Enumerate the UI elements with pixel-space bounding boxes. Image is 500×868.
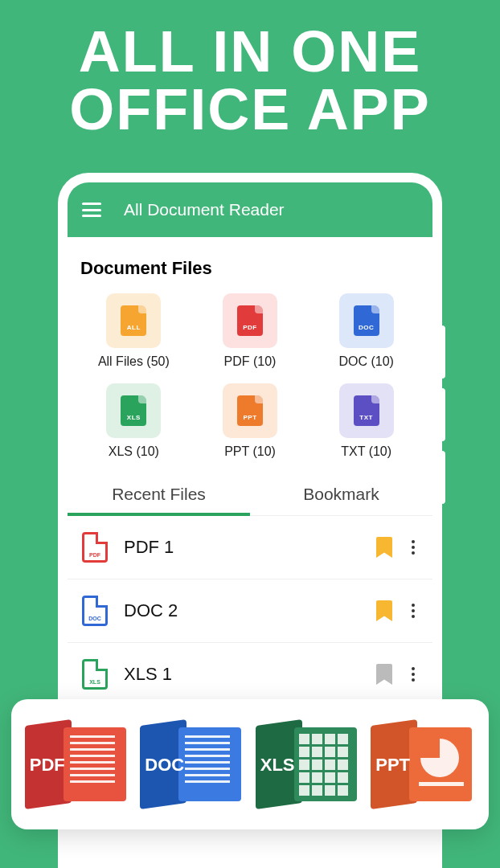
pdf-format-icon: PDF	[25, 716, 129, 813]
file-row[interactable]: DOC DOC 2	[68, 579, 432, 643]
pdf-file-icon: PDF	[82, 532, 108, 563]
tab-bar: Recent Files Bookmark	[68, 473, 432, 516]
tab-bookmark[interactable]: Bookmark	[250, 473, 432, 515]
category-label: DOC (10)	[338, 354, 393, 369]
xls-icon: XLS	[106, 383, 161, 438]
doc-icon: DOC	[339, 293, 394, 348]
category-txt[interactable]: TXT TXT (10)	[308, 383, 424, 459]
doc-file-icon: DOC	[82, 596, 108, 626]
category-label: PPT (10)	[224, 444, 276, 459]
category-doc[interactable]: DOC DOC (10)	[308, 293, 424, 369]
pdf-icon: PDF	[223, 293, 277, 348]
ppt-icon: PPT	[223, 383, 277, 438]
hero-line-2: OFFICE APP	[0, 80, 500, 138]
doc-format-icon: DOC	[140, 716, 244, 813]
file-name: XLS 1	[124, 664, 360, 685]
tab-recent-files[interactable]: Recent Files	[68, 473, 250, 515]
file-row[interactable]: PDF PDF 1	[68, 516, 432, 579]
xls-format-icon: XLS	[256, 716, 360, 813]
category-grid: ALL All Files (50) PDF PDF (10) DOC DOC …	[68, 293, 432, 467]
category-all-files[interactable]: ALL All Files (50)	[76, 293, 192, 369]
phone-side-button	[439, 326, 445, 379]
file-name: PDF 1	[124, 537, 360, 558]
file-name: DOC 2	[124, 600, 360, 621]
file-row[interactable]: XLS XLS 1	[68, 643, 432, 706]
bookmark-icon[interactable]	[376, 537, 392, 558]
app-title: All Document Reader	[124, 200, 285, 219]
app-header: All Document Reader	[68, 182, 432, 237]
txt-icon: TXT	[339, 383, 394, 438]
bookmark-icon[interactable]	[376, 664, 392, 685]
phone-side-button	[439, 388, 445, 441]
category-label: TXT (10)	[341, 444, 391, 459]
hero-line-1: ALL IN ONE	[0, 23, 500, 80]
category-pdf[interactable]: PDF PDF (10)	[192, 293, 309, 369]
all-files-icon: ALL	[106, 293, 161, 348]
category-label: PDF (10)	[224, 354, 277, 369]
more-icon[interactable]	[408, 600, 418, 621]
bookmark-icon[interactable]	[376, 600, 392, 621]
section-title: Document Files	[68, 237, 432, 293]
phone-side-button	[439, 451, 445, 504]
category-label: All Files (50)	[98, 354, 170, 369]
menu-icon[interactable]	[82, 203, 101, 217]
xls-file-icon: XLS	[82, 659, 108, 690]
hero-banner: ALL IN ONE OFFICE APP	[0, 0, 500, 138]
more-icon[interactable]	[408, 537, 418, 558]
category-ppt[interactable]: PPT PPT (10)	[192, 383, 309, 459]
category-xls[interactable]: XLS XLS (10)	[76, 383, 192, 459]
format-showcase: PDF DOC XLS PPT	[11, 699, 489, 829]
ppt-format-icon: PPT	[371, 716, 475, 813]
category-label: XLS (10)	[109, 444, 159, 459]
more-icon[interactable]	[408, 664, 418, 685]
